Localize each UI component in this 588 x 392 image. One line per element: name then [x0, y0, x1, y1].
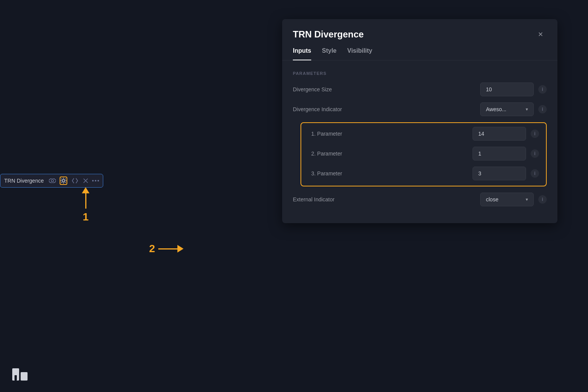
param-2-label: 2. Parameter [308, 151, 468, 157]
svg-point-5 [62, 180, 65, 182]
tab-inputs[interactable]: Inputs [293, 47, 311, 60]
panel-header: TRN Divergence × [282, 19, 557, 40]
param-1-label: 1. Parameter [308, 131, 468, 137]
annotation-2: 2 [149, 243, 184, 255]
svg-point-4 [51, 180, 54, 182]
arrow-right-icon [177, 245, 184, 253]
svg-rect-2 [15, 375, 17, 381]
external-indicator-dropdown[interactable]: close ▾ [480, 193, 534, 206]
chevron-down-icon: ▾ [526, 107, 528, 112]
divergence-indicator-label: Divergence Indicator [293, 106, 476, 112]
param-3-label: 3. Parameter [308, 170, 468, 177]
annotation-label-2: 2 [149, 243, 155, 255]
sub-params-group: 1. Parameter i 2. Parameter i 3. Paramet… [300, 122, 547, 186]
annotation-label-1: 1 [83, 211, 89, 223]
code-icon[interactable] [71, 177, 79, 185]
divergence-indicator-value: Aweso... [486, 106, 506, 112]
more-icon[interactable] [92, 177, 99, 185]
indicator-toolbar: TRN Divergence [0, 174, 103, 188]
param-2-info-icon[interactable]: i [531, 149, 539, 158]
divergence-size-row: Divergence Size i [293, 83, 547, 96]
visibility-icon[interactable] [49, 177, 56, 185]
annotation-line-h [158, 248, 177, 249]
param-3-row: 3. Parameter i [308, 167, 539, 180]
panel-title: TRN Divergence [293, 29, 364, 40]
settings-icon[interactable] [60, 177, 67, 185]
close-button[interactable]: × [534, 28, 547, 40]
settings-panel: TRN Divergence × Inputs Style Visibility… [282, 19, 557, 223]
divergence-indicator-dropdown[interactable]: Aweso... ▾ [480, 102, 534, 116]
svg-point-7 [95, 180, 96, 181]
svg-point-3 [49, 178, 56, 183]
tab-style[interactable]: Style [322, 47, 336, 60]
svg-rect-1 [21, 372, 28, 381]
param-1-row: 1. Parameter i [308, 127, 539, 141]
annotation-1: 1 [82, 187, 89, 223]
svg-point-6 [92, 180, 94, 181]
annotation-line [85, 193, 86, 209]
external-indicator-info-icon[interactable]: i [538, 195, 547, 204]
divergence-size-label: Divergence Size [293, 86, 476, 92]
param-2-input[interactable] [473, 147, 526, 160]
panel-body: PARAMETERS Divergence Size i Divergence … [282, 60, 557, 223]
chevron-down-icon-2: ▾ [526, 197, 528, 202]
divergence-size-info-icon[interactable]: i [538, 85, 547, 94]
param-3-info-icon[interactable]: i [531, 169, 539, 178]
param-1-info-icon[interactable]: i [531, 130, 539, 138]
parameters-label: PARAMETERS [293, 71, 547, 76]
param-3-input[interactable] [473, 167, 526, 180]
panel-tabs: Inputs Style Visibility [282, 40, 557, 60]
divergence-indicator-row: Divergence Indicator Aweso... ▾ i [293, 102, 547, 116]
divergence-size-input[interactable] [480, 83, 534, 96]
external-indicator-value: close [486, 196, 499, 202]
tradingview-logo [12, 368, 30, 383]
param-1-input[interactable] [473, 127, 526, 141]
svg-point-8 [97, 180, 99, 181]
indicator-name: TRN Divergence [4, 178, 44, 184]
arrow-up-icon [82, 187, 89, 193]
external-indicator-label: External Indicator [293, 196, 476, 202]
tab-visibility[interactable]: Visibility [347, 47, 372, 60]
external-indicator-row: External Indicator close ▾ i [293, 193, 547, 206]
remove-icon[interactable] [83, 177, 88, 185]
divergence-indicator-info-icon[interactable]: i [538, 105, 547, 113]
param-2-row: 2. Parameter i [308, 147, 539, 160]
